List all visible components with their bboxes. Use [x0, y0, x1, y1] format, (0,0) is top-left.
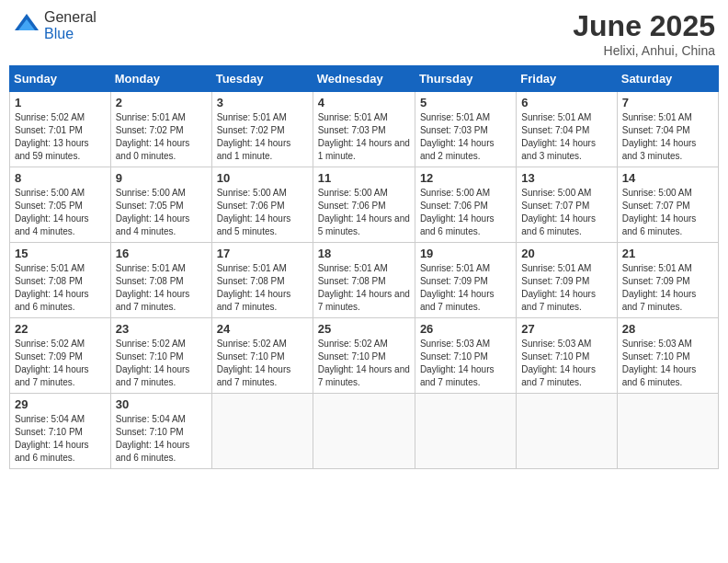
table-row: 8Sunrise: 5:00 AMSunset: 7:05 PMDaylight… — [10, 167, 111, 243]
day-number: 28 — [622, 322, 713, 336]
logo-icon — [13, 12, 40, 40]
day-number: 4 — [318, 96, 410, 109]
table-row: 5Sunrise: 5:01 AMSunset: 7:03 PMDaylight… — [415, 92, 516, 167]
table-row: 3Sunrise: 5:01 AMSunset: 7:02 PMDaylight… — [211, 92, 313, 167]
day-info: Sunrise: 5:01 AMSunset: 7:03 PMDaylight:… — [420, 111, 511, 163]
day-info: Sunrise: 5:03 AMSunset: 7:10 PMDaylight:… — [521, 338, 611, 389]
table-row — [415, 394, 516, 469]
day-number: 7 — [622, 96, 713, 109]
day-number: 13 — [521, 171, 611, 185]
title-area: June 2025 Helixi, Anhui, China — [573, 9, 715, 58]
table-row: 18Sunrise: 5:01 AMSunset: 7:08 PMDayligh… — [313, 243, 415, 318]
table-row: 9Sunrise: 5:00 AMSunset: 7:05 PMDaylight… — [110, 167, 211, 243]
day-info: Sunrise: 5:02 AMSunset: 7:01 PMDaylight:… — [15, 111, 106, 163]
table-row: 23Sunrise: 5:02 AMSunset: 7:10 PMDayligh… — [110, 318, 211, 394]
weekday-header-saturday: Saturday — [617, 66, 718, 92]
day-number: 29 — [15, 397, 106, 411]
day-number: 30 — [116, 397, 207, 411]
table-row: 7Sunrise: 5:01 AMSunset: 7:04 PMDaylight… — [617, 92, 718, 167]
table-row: 30Sunrise: 5:04 AMSunset: 7:10 PMDayligh… — [110, 394, 211, 469]
day-info: Sunrise: 5:03 AMSunset: 7:10 PMDaylight:… — [622, 338, 713, 389]
calendar-week-row: 1Sunrise: 5:02 AMSunset: 7:01 PMDaylight… — [10, 92, 719, 167]
weekday-header-friday: Friday — [517, 66, 617, 92]
day-number: 19 — [420, 247, 511, 260]
day-number: 9 — [116, 171, 207, 185]
calendar-week-row: 15Sunrise: 5:01 AMSunset: 7:08 PMDayligh… — [10, 243, 719, 318]
table-row: 13Sunrise: 5:00 AMSunset: 7:07 PMDayligh… — [517, 167, 617, 243]
day-info: Sunrise: 5:00 AMSunset: 7:07 PMDaylight:… — [521, 187, 611, 238]
table-row: 1Sunrise: 5:02 AMSunset: 7:01 PMDaylight… — [10, 92, 111, 167]
day-info: Sunrise: 5:00 AMSunset: 7:07 PMDaylight:… — [622, 187, 713, 238]
day-info: Sunrise: 5:00 AMSunset: 7:06 PMDaylight:… — [217, 187, 308, 238]
day-number: 20 — [521, 247, 611, 260]
day-number: 25 — [318, 322, 410, 336]
day-info: Sunrise: 5:01 AMSunset: 7:09 PMDaylight:… — [521, 262, 611, 314]
table-row — [617, 394, 718, 469]
day-info: Sunrise: 5:01 AMSunset: 7:02 PMDaylight:… — [217, 111, 308, 163]
weekday-header-tuesday: Tuesday — [211, 66, 313, 92]
table-row: 2Sunrise: 5:01 AMSunset: 7:02 PMDaylight… — [110, 92, 211, 167]
table-row: 14Sunrise: 5:00 AMSunset: 7:07 PMDayligh… — [617, 167, 718, 243]
weekday-header-thursday: Thursday — [415, 66, 516, 92]
day-info: Sunrise: 5:01 AMSunset: 7:08 PMDaylight:… — [15, 262, 106, 314]
calendar-table: SundayMondayTuesdayWednesdayThursdayFrid… — [9, 65, 719, 469]
day-info: Sunrise: 5:01 AMSunset: 7:02 PMDaylight:… — [116, 111, 207, 163]
day-number: 1 — [15, 96, 106, 109]
day-number: 11 — [318, 171, 410, 185]
calendar-week-row: 22Sunrise: 5:02 AMSunset: 7:09 PMDayligh… — [10, 318, 719, 394]
day-number: 3 — [217, 96, 308, 109]
day-info: Sunrise: 5:01 AMSunset: 7:04 PMDaylight:… — [521, 111, 611, 163]
table-row — [211, 394, 313, 469]
day-info: Sunrise: 5:00 AMSunset: 7:05 PMDaylight:… — [15, 187, 106, 238]
day-number: 18 — [318, 247, 410, 260]
day-info: Sunrise: 5:01 AMSunset: 7:08 PMDaylight:… — [217, 262, 308, 314]
logo-blue-text: Blue — [44, 26, 74, 41]
weekday-header-monday: Monday — [110, 66, 211, 92]
table-row — [313, 394, 415, 469]
day-info: Sunrise: 5:02 AMSunset: 7:09 PMDaylight:… — [15, 338, 106, 389]
day-number: 16 — [116, 247, 207, 260]
table-row: 26Sunrise: 5:03 AMSunset: 7:10 PMDayligh… — [415, 318, 516, 394]
day-info: Sunrise: 5:01 AMSunset: 7:09 PMDaylight:… — [622, 262, 713, 314]
day-info: Sunrise: 5:01 AMSunset: 7:04 PMDaylight:… — [622, 111, 713, 163]
table-row: 25Sunrise: 5:02 AMSunset: 7:10 PMDayligh… — [313, 318, 415, 394]
header: General Blue June 2025 Helixi, Anhui, Ch… — [9, 9, 719, 58]
table-row: 16Sunrise: 5:01 AMSunset: 7:08 PMDayligh… — [110, 243, 211, 318]
table-row: 17Sunrise: 5:01 AMSunset: 7:08 PMDayligh… — [211, 243, 313, 318]
day-number: 17 — [217, 247, 308, 260]
day-number: 27 — [521, 322, 611, 336]
day-info: Sunrise: 5:02 AMSunset: 7:10 PMDaylight:… — [318, 338, 410, 389]
table-row: 20Sunrise: 5:01 AMSunset: 7:09 PMDayligh… — [517, 243, 617, 318]
calendar-week-row: 29Sunrise: 5:04 AMSunset: 7:10 PMDayligh… — [10, 394, 719, 469]
table-row: 12Sunrise: 5:00 AMSunset: 7:06 PMDayligh… — [415, 167, 516, 243]
day-info: Sunrise: 5:04 AMSunset: 7:10 PMDaylight:… — [15, 413, 106, 465]
weekday-header-row: SundayMondayTuesdayWednesdayThursdayFrid… — [10, 66, 719, 92]
day-number: 21 — [622, 247, 713, 260]
day-info: Sunrise: 5:00 AMSunset: 7:06 PMDaylight:… — [318, 187, 410, 238]
day-info: Sunrise: 5:00 AMSunset: 7:05 PMDaylight:… — [116, 187, 207, 238]
day-info: Sunrise: 5:01 AMSunset: 7:09 PMDaylight:… — [420, 262, 511, 314]
table-row: 22Sunrise: 5:02 AMSunset: 7:09 PMDayligh… — [10, 318, 111, 394]
day-info: Sunrise: 5:04 AMSunset: 7:10 PMDaylight:… — [116, 413, 207, 465]
table-row — [517, 394, 617, 469]
day-info: Sunrise: 5:01 AMSunset: 7:08 PMDaylight:… — [116, 262, 207, 314]
day-info: Sunrise: 5:00 AMSunset: 7:06 PMDaylight:… — [420, 187, 511, 238]
table-row: 6Sunrise: 5:01 AMSunset: 7:04 PMDaylight… — [517, 92, 617, 167]
day-info: Sunrise: 5:02 AMSunset: 7:10 PMDaylight:… — [217, 338, 308, 389]
table-row: 28Sunrise: 5:03 AMSunset: 7:10 PMDayligh… — [617, 318, 718, 394]
logo: General Blue — [13, 9, 97, 42]
day-info: Sunrise: 5:01 AMSunset: 7:03 PMDaylight:… — [318, 111, 410, 163]
calendar-week-row: 8Sunrise: 5:00 AMSunset: 7:05 PMDaylight… — [10, 167, 719, 243]
table-row: 10Sunrise: 5:00 AMSunset: 7:06 PMDayligh… — [211, 167, 313, 243]
day-number: 10 — [217, 171, 308, 185]
day-number: 15 — [15, 247, 106, 260]
day-info: Sunrise: 5:01 AMSunset: 7:08 PMDaylight:… — [318, 262, 410, 314]
day-number: 24 — [217, 322, 308, 336]
table-row: 24Sunrise: 5:02 AMSunset: 7:10 PMDayligh… — [211, 318, 313, 394]
table-row: 27Sunrise: 5:03 AMSunset: 7:10 PMDayligh… — [517, 318, 617, 394]
day-number: 8 — [15, 171, 106, 185]
table-row: 15Sunrise: 5:01 AMSunset: 7:08 PMDayligh… — [10, 243, 111, 318]
table-row: 21Sunrise: 5:01 AMSunset: 7:09 PMDayligh… — [617, 243, 718, 318]
table-row: 19Sunrise: 5:01 AMSunset: 7:09 PMDayligh… — [415, 243, 516, 318]
day-number: 26 — [420, 322, 511, 336]
